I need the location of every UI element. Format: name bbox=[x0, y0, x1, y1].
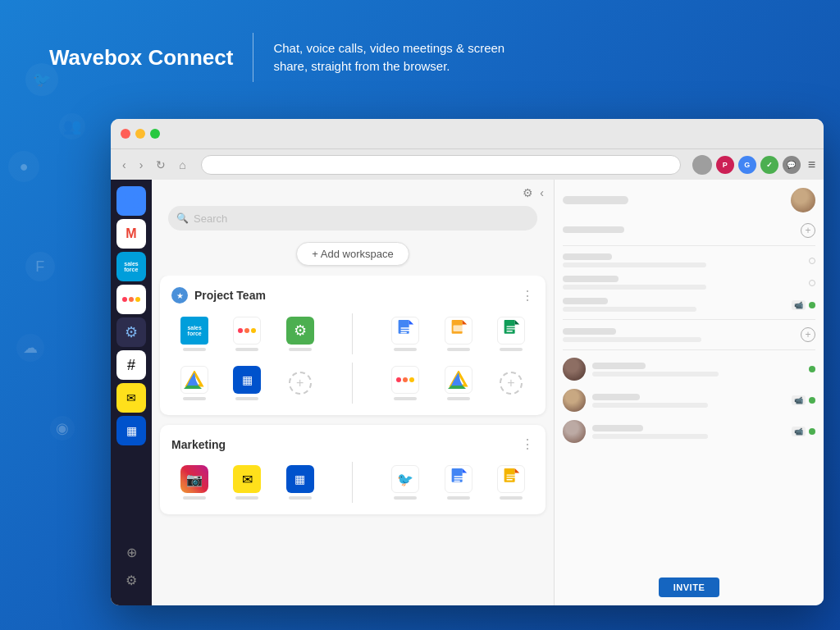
sidebar-item-slack[interactable]: # bbox=[116, 350, 146, 380]
svg-rect-16 bbox=[506, 326, 515, 326]
contact-add-icon[interactable]: + bbox=[801, 223, 815, 238]
workspace-star-icon: ★ bbox=[171, 287, 188, 304]
search-bar[interactable]: 🔍 Search bbox=[168, 206, 537, 231]
invite-button[interactable]: INVITE bbox=[659, 578, 719, 597]
contact-add-icon[interactable]: + bbox=[801, 327, 815, 342]
search-placeholder: Search bbox=[194, 212, 227, 225]
video-badge: 📹 bbox=[792, 427, 806, 436]
app-gslides[interactable] bbox=[435, 317, 481, 351]
user-name-bar bbox=[563, 196, 628, 204]
add-workspace-button[interactable]: + Add workspace bbox=[296, 242, 409, 266]
menu-icon[interactable]: ≡ bbox=[808, 158, 815, 172]
app-gdocs[interactable] bbox=[382, 317, 428, 351]
contact-name-bar bbox=[563, 276, 619, 282]
sidebar-item-mailchimp[interactable]: ✉ bbox=[116, 383, 146, 413]
pocket-icon[interactable]: P bbox=[716, 156, 734, 174]
google-icon[interactable]: G bbox=[738, 156, 756, 174]
chat-icon[interactable]: 💬 bbox=[783, 156, 801, 174]
contact-avatar bbox=[563, 389, 586, 412]
app-gdocs-marketing[interactable] bbox=[435, 465, 481, 500]
app-monday[interactable] bbox=[224, 317, 270, 351]
contact-name-bar bbox=[563, 253, 612, 260]
contact-sub-bar bbox=[592, 372, 719, 377]
svg-point-4 bbox=[244, 328, 249, 333]
svg-rect-32 bbox=[454, 481, 459, 482]
maximize-button[interactable] bbox=[150, 129, 160, 139]
section-divider bbox=[563, 245, 815, 246]
right-panel-header bbox=[563, 188, 815, 212]
app-instagram[interactable]: 📷 bbox=[171, 465, 217, 500]
workspace-card-marketing: Marketing ⋮ 📷 bbox=[160, 425, 546, 514]
sidebar-item-trello[interactable]: ▦ bbox=[116, 416, 146, 445]
app-twitter[interactable]: 🐦 bbox=[382, 465, 428, 500]
contact-status bbox=[809, 366, 815, 372]
contact-item: + bbox=[563, 219, 815, 242]
svg-point-1 bbox=[129, 297, 134, 302]
panel-collapse-icon[interactable]: ‹ bbox=[540, 186, 544, 199]
app-trello[interactable]: ▦ bbox=[224, 366, 270, 400]
address-bar[interactable] bbox=[201, 155, 681, 175]
browser-window: ‹ › ↻ ⌂ P G ✓ 💬 ≡ bbox=[111, 119, 824, 605]
reload-button[interactable]: ↻ bbox=[153, 157, 169, 173]
workspace-name-marketing: Marketing bbox=[171, 438, 226, 451]
svg-rect-28 bbox=[451, 468, 462, 482]
sidebar-item-salesforce[interactable]: salesforce bbox=[116, 252, 146, 281]
sidebar-item-monday[interactable] bbox=[116, 285, 146, 314]
workspace-apps-row1: salesforce bbox=[171, 313, 534, 354]
svg-marker-12 bbox=[462, 320, 467, 325]
bg-cloud-icon: ☁ bbox=[16, 334, 44, 362]
svg-rect-37 bbox=[506, 479, 512, 480]
panel-header: ⚙ ‹ bbox=[152, 180, 554, 206]
search-icon: 🔍 bbox=[176, 212, 189, 224]
user-avatar-right bbox=[791, 188, 815, 212]
forward-button[interactable]: › bbox=[136, 157, 147, 173]
workspace-header-marketing: Marketing ⋮ bbox=[171, 436, 534, 452]
workspace-apps-row2: ▦ + bbox=[171, 363, 534, 404]
workspace-card-project-team: ★ Project Team ⋮ salesforce bbox=[160, 276, 546, 415]
close-button[interactable] bbox=[121, 129, 130, 139]
app-gdrive[interactable] bbox=[171, 366, 217, 400]
app-gsheets[interactable] bbox=[488, 317, 534, 351]
contact-name-bar bbox=[592, 363, 646, 369]
app-trello-marketing[interactable]: ▦ bbox=[277, 465, 323, 500]
svg-point-24 bbox=[409, 377, 414, 382]
app-gdrive-2[interactable] bbox=[435, 366, 481, 400]
sidebar-item-gmail[interactable]: M bbox=[116, 219, 146, 249]
contact-sub-bar bbox=[563, 337, 701, 342]
sidebar-item-settings[interactable]: ⚙ bbox=[116, 317, 146, 347]
contact-list: + bbox=[563, 219, 815, 571]
sidebar-bottom: ⊕ ⚙ bbox=[119, 540, 144, 599]
svg-rect-10 bbox=[401, 332, 407, 333]
bg-circle-icon2: ◉ bbox=[50, 416, 75, 441]
camera-icon: 📹 bbox=[794, 396, 803, 404]
app-gsheets-marketing[interactable] bbox=[488, 465, 534, 500]
app-add-2[interactable]: + bbox=[488, 372, 534, 395]
section-divider bbox=[563, 319, 815, 320]
title-bar bbox=[111, 119, 824, 148]
svg-point-0 bbox=[122, 297, 127, 302]
sidebar-settings-button[interactable]: ⚙ bbox=[119, 568, 144, 592]
app-mailchimp[interactable]: ✉ bbox=[224, 465, 270, 500]
minimize-button[interactable] bbox=[135, 129, 145, 139]
shield-icon[interactable]: ✓ bbox=[760, 156, 778, 174]
add-app-button[interactable]: ⊕ bbox=[119, 540, 144, 564]
app-add-1[interactable]: + bbox=[277, 372, 323, 395]
bg-teams-icon: 👥 bbox=[59, 113, 85, 139]
workspace-more-btn-marketing[interactable]: ⋮ bbox=[521, 436, 534, 452]
app-salesforce[interactable]: salesforce bbox=[171, 317, 217, 351]
svg-rect-35 bbox=[506, 474, 515, 475]
contact-avatar bbox=[563, 358, 586, 381]
panel-settings-icon[interactable]: ⚙ bbox=[523, 186, 533, 199]
app-monday-2[interactable] bbox=[382, 366, 428, 400]
right-panel: + bbox=[554, 180, 824, 605]
bg-circle-icon1: ● bbox=[8, 151, 39, 182]
workspace-more-button[interactable]: ⋮ bbox=[521, 288, 534, 304]
home-button[interactable]: ⌂ bbox=[176, 157, 189, 173]
sidebar-item-grid[interactable] bbox=[116, 186, 146, 216]
apps-divider-2 bbox=[330, 363, 376, 404]
app-gear[interactable]: ⚙ bbox=[277, 317, 323, 351]
svg-marker-7 bbox=[409, 320, 414, 325]
contact-item bbox=[563, 249, 815, 272]
contact-item: 📹 bbox=[563, 294, 815, 316]
back-button[interactable]: ‹ bbox=[119, 157, 130, 173]
